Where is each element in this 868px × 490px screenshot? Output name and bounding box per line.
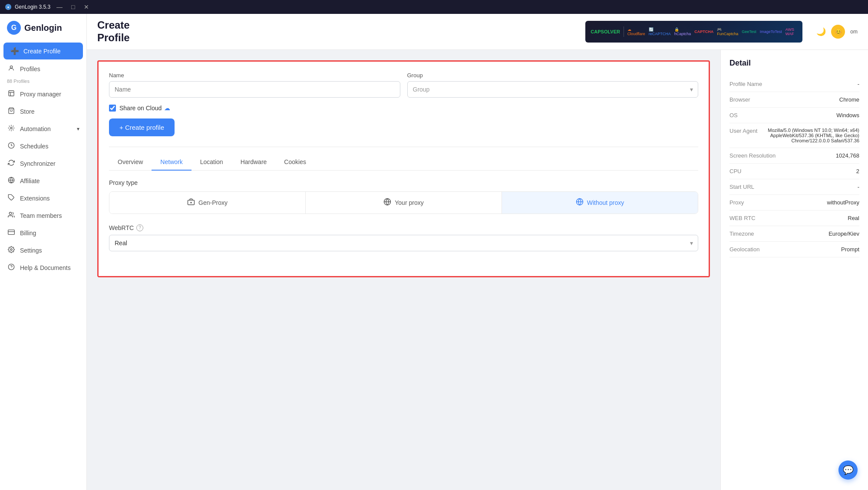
sidebar-item-synchronizer[interactable]: Synchronizer <box>0 155 86 172</box>
sidebar-item-label: Team members <box>20 212 62 219</box>
svg-point-0 <box>10 66 12 68</box>
titlebar: ● GenLogin 3.5.3 — □ ✕ <box>0 0 868 14</box>
sidebar-item-label: Extensions <box>20 195 50 202</box>
sidebar-item-label: Synchronizer <box>20 160 56 167</box>
group-field-group: Group Group ▾ <box>407 72 699 98</box>
detail-key-os: OS <box>729 112 738 118</box>
share-cloud-label[interactable]: Share on Cloud ☁ <box>119 105 170 112</box>
detail-key-proxy: Proxy <box>729 199 744 206</box>
sidebar: G Genlogin ➕ Create Profile Profiles 88 … <box>0 14 87 490</box>
share-cloud-checkbox[interactable] <box>109 105 116 112</box>
user-name-label: om <box>850 29 858 35</box>
detail-key-browser: Browser <box>729 96 750 103</box>
detail-key-timezone: Timezone <box>729 230 754 237</box>
sidebar-item-label: Schedules <box>20 143 48 150</box>
sidebar-item-label: Settings <box>20 247 42 254</box>
detail-panel: Detail Profile Name - Browser Chrome OS … <box>720 50 868 490</box>
header: Create Profile CAPSOLVER ☁ Cloudflare 🔄 … <box>87 14 868 50</box>
synchronizer-icon <box>7 159 16 168</box>
theme-toggle[interactable]: 🌙 <box>816 27 826 36</box>
banner-imagetotext: ImageToTest <box>760 30 782 34</box>
banner-hcaptcha: 🔒 hCaptcha <box>674 27 691 36</box>
maximize-button[interactable]: □ <box>69 3 77 11</box>
create-profile-button[interactable]: + Create profile <box>109 118 175 136</box>
detail-value-start-url: - <box>858 184 859 190</box>
tab-cookies[interactable]: Cookies <box>275 154 315 171</box>
user-avatar[interactable]: 😊 <box>831 25 845 39</box>
name-field-group: Name <box>109 72 400 98</box>
group-select[interactable]: Group <box>407 81 699 98</box>
group-label: Group <box>407 72 699 79</box>
detail-row-cpu: CPU 2 <box>729 164 859 179</box>
detail-key-user-agent: User Agent <box>729 128 757 134</box>
svg-point-5 <box>10 127 12 129</box>
sidebar-item-team-members[interactable]: Team members <box>0 207 86 224</box>
banner-capsolver: CAPSOLVER <box>591 29 620 34</box>
main-content: Create Profile CAPSOLVER ☁ Cloudflare 🔄 … <box>87 14 868 490</box>
banner-funcaptcha: 🎮 FunCaptcha <box>717 27 738 36</box>
sidebar-item-help[interactable]: Help & Documents <box>0 259 86 276</box>
detail-row-proxy: Proxy withoutProxy <box>729 195 859 210</box>
settings-icon <box>7 246 16 255</box>
detail-key-screen-resolution: Screen Resolution <box>729 152 776 159</box>
detail-value-os: Windows <box>836 112 859 118</box>
without-proxy-label: Without proxy <box>587 199 624 206</box>
name-label: Name <box>109 72 400 79</box>
affiliate-icon <box>7 177 16 185</box>
sidebar-item-affiliate[interactable]: Affiliate <box>0 172 86 190</box>
proxy-section-label: Proxy type <box>109 179 698 186</box>
your-proxy-label: Your proxy <box>395 199 423 206</box>
proxy-option-your-proxy[interactable]: Your proxy <box>306 192 502 214</box>
gen-proxy-label: Gen-Proxy <box>198 199 228 206</box>
tab-hardware[interactable]: Hardware <box>232 154 276 171</box>
schedules-icon <box>7 142 16 151</box>
webrtc-info-icon[interactable]: ? <box>136 224 143 231</box>
tab-location[interactable]: Location <box>191 154 232 171</box>
automation-chevron: ▾ <box>77 126 79 132</box>
proxy-option-gen-proxy[interactable]: Gen-Proxy <box>109 192 306 214</box>
tab-network[interactable]: Network <box>152 154 191 171</box>
sidebar-item-profiles[interactable]: Profiles <box>0 60 86 78</box>
sidebar-item-create-profile[interactable]: ➕ Create Profile <box>3 43 83 59</box>
create-profile-icon: ➕ <box>10 47 19 55</box>
proxy-option-without-proxy[interactable]: Without proxy <box>502 192 698 214</box>
sidebar-item-proxy-manager[interactable]: Proxy manager <box>0 86 86 103</box>
banner[interactable]: CAPSOLVER ☁ Cloudflare 🔄 reCAPTCHA 🔒 hCa… <box>585 21 802 43</box>
without-proxy-icon <box>576 198 584 207</box>
tab-overview[interactable]: Overview <box>109 154 152 171</box>
app-layout: G Genlogin ➕ Create Profile Profiles 88 … <box>0 14 868 490</box>
sidebar-item-schedules[interactable]: Schedules <box>0 138 86 155</box>
sidebar-item-store[interactable]: Store <box>0 103 86 120</box>
detail-value-screen-resolution: 1024,768 <box>836 152 859 159</box>
detail-value-user-agent: Mozilla/5.0 (Windows NT 10.0; Win64; x64… <box>762 128 859 143</box>
logo-icon: G <box>7 21 21 35</box>
create-profile-panel: Name Group Group ▾ <box>87 50 720 490</box>
webrtc-select[interactable]: Real Disabled Altered <box>109 235 698 251</box>
app-icon: ● <box>5 4 11 10</box>
name-input[interactable] <box>109 81 400 98</box>
close-button[interactable]: ✕ <box>81 3 92 11</box>
sidebar-item-billing[interactable]: Billing <box>0 224 86 242</box>
gen-proxy-icon <box>187 198 195 207</box>
sidebar-item-extensions[interactable]: Extensions <box>0 190 86 207</box>
proxy-manager-icon <box>7 90 16 99</box>
sidebar-logo: G Genlogin <box>0 14 86 38</box>
sidebar-item-label: Affiliate <box>20 178 40 184</box>
page-title: Create Profile <box>97 19 130 44</box>
detail-key-web-rtc: WEB RTC <box>729 215 756 221</box>
tabs: Overview Network Location Hardware Cooki… <box>109 154 698 171</box>
sidebar-item-label: Profiles <box>20 66 40 72</box>
detail-value-web-rtc: Real <box>848 215 859 221</box>
sidebar-item-settings[interactable]: Settings <box>0 242 86 259</box>
chat-fab-button[interactable]: 💬 <box>838 460 858 480</box>
content-area: Name Group Group ▾ <box>87 50 868 490</box>
proxy-options: Gen-Proxy Your proxy <box>109 191 698 214</box>
banner-cloudflare: ☁ Cloudflare <box>627 27 645 36</box>
banner-geetest: GeeTest <box>742 30 756 34</box>
name-group-row: Name Group Group ▾ <box>109 72 698 98</box>
sidebar-item-automation[interactable]: Automation ▾ <box>0 120 86 138</box>
share-cloud-row: Share on Cloud ☁ <box>109 105 698 112</box>
minimize-button[interactable]: — <box>54 3 65 11</box>
svg-rect-1 <box>9 91 14 96</box>
sidebar-item-label: Automation <box>20 125 51 132</box>
